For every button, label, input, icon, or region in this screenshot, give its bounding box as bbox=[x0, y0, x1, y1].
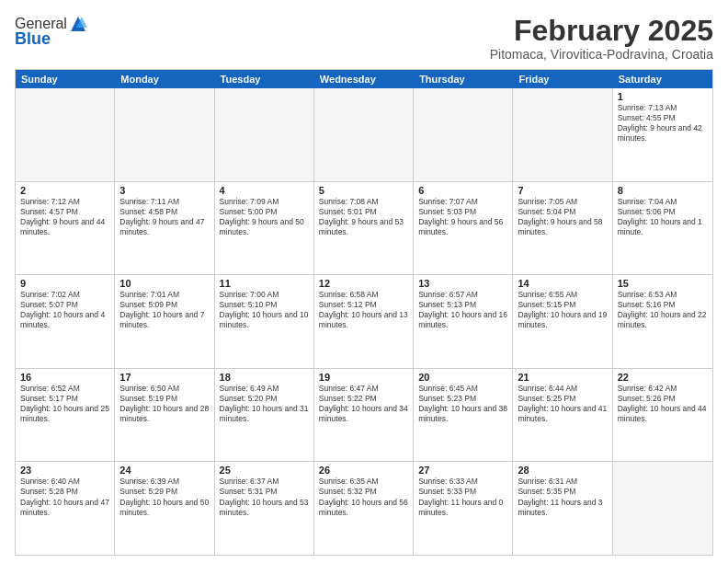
calendar-cell: 18Sunrise: 6:49 AM Sunset: 5:20 PM Dayli… bbox=[215, 369, 314, 462]
calendar-cell: 24Sunrise: 6:39 AM Sunset: 5:29 PM Dayli… bbox=[115, 462, 214, 555]
title-block: February 2025 Pitomaca, Virovitica-Podra… bbox=[490, 15, 713, 62]
calendar-cell: 16Sunrise: 6:52 AM Sunset: 5:17 PM Dayli… bbox=[16, 369, 115, 462]
calendar-cell: 7Sunrise: 7:05 AM Sunset: 5:04 PM Daylig… bbox=[513, 182, 612, 275]
calendar-row: 23Sunrise: 6:40 AM Sunset: 5:28 PM Dayli… bbox=[16, 462, 712, 555]
weekday-header: Saturday bbox=[613, 70, 712, 88]
calendar-header: SundayMondayTuesdayWednesdayThursdayFrid… bbox=[16, 70, 712, 88]
calendar-cell: 19Sunrise: 6:47 AM Sunset: 5:22 PM Dayli… bbox=[314, 369, 414, 462]
day-number: 18 bbox=[220, 372, 309, 383]
calendar: SundayMondayTuesdayWednesdayThursdayFrid… bbox=[15, 69, 713, 556]
day-number: 14 bbox=[518, 278, 607, 289]
day-number: 21 bbox=[518, 372, 607, 383]
calendar-row: 9Sunrise: 7:02 AM Sunset: 5:07 PM Daylig… bbox=[16, 275, 712, 369]
calendar-cell: 26Sunrise: 6:35 AM Sunset: 5:32 PM Dayli… bbox=[314, 462, 414, 555]
calendar-cell: 3Sunrise: 7:11 AM Sunset: 4:58 PM Daylig… bbox=[115, 182, 214, 275]
calendar-cell: 20Sunrise: 6:45 AM Sunset: 5:23 PM Dayli… bbox=[414, 369, 513, 462]
day-number: 7 bbox=[518, 185, 607, 196]
day-info: Sunrise: 6:53 AM Sunset: 5:16 PM Dayligh… bbox=[618, 290, 708, 330]
day-info: Sunrise: 7:12 AM Sunset: 4:57 PM Dayligh… bbox=[20, 197, 109, 237]
calendar-cell bbox=[613, 462, 712, 555]
day-number: 4 bbox=[220, 185, 309, 196]
weekday-header: Monday bbox=[115, 70, 214, 88]
calendar-cell bbox=[513, 88, 612, 181]
day-number: 26 bbox=[319, 465, 408, 476]
day-number: 10 bbox=[119, 278, 209, 289]
day-info: Sunrise: 6:50 AM Sunset: 5:19 PM Dayligh… bbox=[119, 384, 209, 424]
calendar-cell: 4Sunrise: 7:09 AM Sunset: 5:00 PM Daylig… bbox=[215, 182, 314, 275]
day-number: 6 bbox=[418, 185, 507, 196]
day-number: 12 bbox=[319, 278, 408, 289]
calendar-cell: 14Sunrise: 6:55 AM Sunset: 5:15 PM Dayli… bbox=[513, 275, 612, 368]
day-number: 16 bbox=[20, 372, 109, 383]
calendar-cell: 27Sunrise: 6:33 AM Sunset: 5:33 PM Dayli… bbox=[414, 462, 513, 555]
calendar-cell: 6Sunrise: 7:07 AM Sunset: 5:03 PM Daylig… bbox=[414, 182, 513, 275]
day-info: Sunrise: 7:08 AM Sunset: 5:01 PM Dayligh… bbox=[319, 197, 408, 237]
calendar-cell: 8Sunrise: 7:04 AM Sunset: 5:06 PM Daylig… bbox=[613, 182, 712, 275]
day-number: 9 bbox=[20, 278, 109, 289]
day-number: 23 bbox=[20, 465, 109, 476]
calendar-cell: 28Sunrise: 6:31 AM Sunset: 5:35 PM Dayli… bbox=[513, 462, 612, 555]
month-year: February 2025 bbox=[490, 15, 713, 47]
calendar-row: 16Sunrise: 6:52 AM Sunset: 5:17 PM Dayli… bbox=[16, 369, 712, 463]
day-number: 8 bbox=[618, 185, 708, 196]
day-number: 20 bbox=[418, 372, 507, 383]
day-number: 3 bbox=[119, 185, 209, 196]
day-info: Sunrise: 7:09 AM Sunset: 5:00 PM Dayligh… bbox=[220, 197, 309, 237]
calendar-cell: 23Sunrise: 6:40 AM Sunset: 5:28 PM Dayli… bbox=[16, 462, 115, 555]
calendar-cell: 9Sunrise: 7:02 AM Sunset: 5:07 PM Daylig… bbox=[16, 275, 115, 368]
calendar-cell: 1Sunrise: 7:13 AM Sunset: 4:55 PM Daylig… bbox=[613, 88, 712, 181]
day-number: 17 bbox=[119, 372, 209, 383]
day-info: Sunrise: 6:37 AM Sunset: 5:31 PM Dayligh… bbox=[220, 477, 309, 517]
day-info: Sunrise: 6:35 AM Sunset: 5:32 PM Dayligh… bbox=[319, 477, 408, 517]
day-info: Sunrise: 6:40 AM Sunset: 5:28 PM Dayligh… bbox=[20, 477, 109, 517]
day-number: 25 bbox=[220, 465, 309, 476]
day-info: Sunrise: 6:42 AM Sunset: 5:26 PM Dayligh… bbox=[618, 384, 708, 424]
day-number: 2 bbox=[20, 185, 109, 196]
day-info: Sunrise: 6:49 AM Sunset: 5:20 PM Dayligh… bbox=[220, 384, 309, 424]
calendar-cell bbox=[215, 88, 314, 181]
day-number: 27 bbox=[418, 465, 507, 476]
calendar-cell: 25Sunrise: 6:37 AM Sunset: 5:31 PM Dayli… bbox=[215, 462, 314, 555]
day-number: 28 bbox=[518, 465, 607, 476]
weekday-header: Friday bbox=[513, 70, 612, 88]
day-info: Sunrise: 6:31 AM Sunset: 5:35 PM Dayligh… bbox=[518, 477, 607, 517]
day-info: Sunrise: 6:45 AM Sunset: 5:23 PM Dayligh… bbox=[418, 384, 507, 424]
day-info: Sunrise: 7:07 AM Sunset: 5:03 PM Dayligh… bbox=[418, 197, 507, 237]
day-info: Sunrise: 6:47 AM Sunset: 5:22 PM Dayligh… bbox=[319, 384, 408, 424]
calendar-cell: 13Sunrise: 6:57 AM Sunset: 5:13 PM Dayli… bbox=[414, 275, 513, 368]
calendar-cell bbox=[414, 88, 513, 181]
day-number: 5 bbox=[319, 185, 408, 196]
weekday-header: Tuesday bbox=[215, 70, 314, 88]
day-number: 24 bbox=[119, 465, 209, 476]
logo-icon bbox=[69, 15, 87, 33]
calendar-row: 1Sunrise: 7:13 AM Sunset: 4:55 PM Daylig… bbox=[16, 88, 712, 182]
day-info: Sunrise: 6:52 AM Sunset: 5:17 PM Dayligh… bbox=[20, 384, 109, 424]
day-info: Sunrise: 6:44 AM Sunset: 5:25 PM Dayligh… bbox=[518, 384, 607, 424]
weekday-header: Wednesday bbox=[314, 70, 414, 88]
weekday-header: Sunday bbox=[16, 70, 115, 88]
day-number: 19 bbox=[319, 372, 408, 383]
day-number: 22 bbox=[618, 372, 708, 383]
day-info: Sunrise: 7:05 AM Sunset: 5:04 PM Dayligh… bbox=[518, 197, 607, 237]
day-number: 15 bbox=[618, 278, 708, 289]
calendar-cell bbox=[16, 88, 115, 181]
day-info: Sunrise: 7:01 AM Sunset: 5:09 PM Dayligh… bbox=[119, 290, 209, 330]
calendar-cell: 17Sunrise: 6:50 AM Sunset: 5:19 PM Dayli… bbox=[115, 369, 214, 462]
calendar-cell: 21Sunrise: 6:44 AM Sunset: 5:25 PM Dayli… bbox=[513, 369, 612, 462]
day-info: Sunrise: 6:57 AM Sunset: 5:13 PM Dayligh… bbox=[418, 290, 507, 330]
weekday-header: Thursday bbox=[414, 70, 513, 88]
page: General Blue February 2025 Pitomaca, Vir… bbox=[0, 0, 728, 563]
day-info: Sunrise: 7:13 AM Sunset: 4:55 PM Dayligh… bbox=[618, 103, 708, 144]
day-number: 11 bbox=[220, 278, 309, 289]
calendar-cell: 15Sunrise: 6:53 AM Sunset: 5:16 PM Dayli… bbox=[613, 275, 712, 368]
day-info: Sunrise: 6:39 AM Sunset: 5:29 PM Dayligh… bbox=[119, 477, 209, 517]
calendar-cell bbox=[115, 88, 214, 181]
day-number: 13 bbox=[418, 278, 507, 289]
day-number: 1 bbox=[618, 91, 708, 102]
calendar-cell: 11Sunrise: 7:00 AM Sunset: 5:10 PM Dayli… bbox=[215, 275, 314, 368]
calendar-body: 1Sunrise: 7:13 AM Sunset: 4:55 PM Daylig… bbox=[16, 88, 712, 555]
day-info: Sunrise: 6:33 AM Sunset: 5:33 PM Dayligh… bbox=[418, 477, 507, 517]
calendar-cell: 12Sunrise: 6:58 AM Sunset: 5:12 PM Dayli… bbox=[314, 275, 414, 368]
day-info: Sunrise: 7:00 AM Sunset: 5:10 PM Dayligh… bbox=[220, 290, 309, 330]
calendar-cell: 5Sunrise: 7:08 AM Sunset: 5:01 PM Daylig… bbox=[314, 182, 414, 275]
